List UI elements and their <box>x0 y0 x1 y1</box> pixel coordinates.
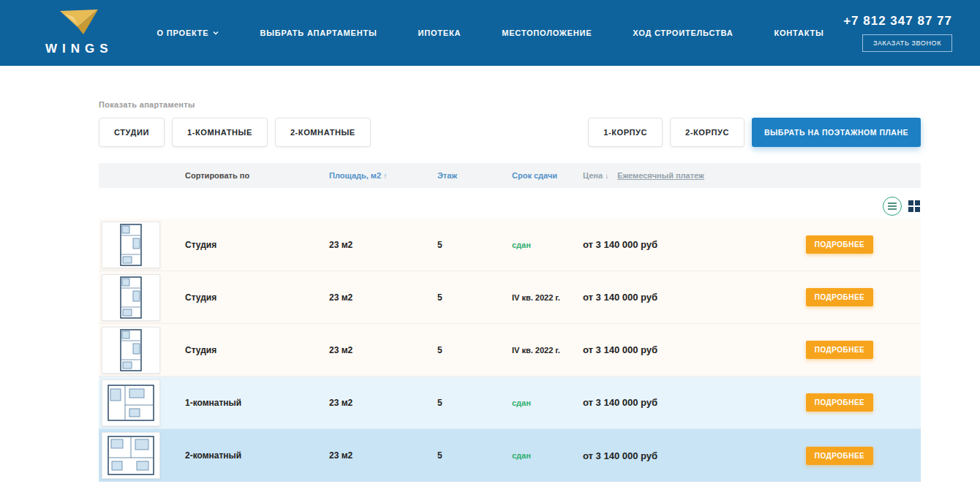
apartment-price: от 3 140 000 руб <box>583 397 806 408</box>
details-button[interactable]: ПОДРОБНЕЕ <box>806 393 873 412</box>
nav-item-about[interactable]: О ПРОЕКТЕ <box>157 29 219 37</box>
apartment-price: от 3 140 000 руб <box>583 450 806 461</box>
nav-item-label: МЕСТОПОЛОЖЕНИЕ <box>502 29 592 37</box>
wings-logo-icon <box>56 10 102 40</box>
list-view-icon <box>883 197 902 216</box>
sort-monthly-payment-link[interactable]: Ежемесячный платеж <box>617 171 704 180</box>
apartment-row[interactable]: Студия 23 м2 5 сдан от 3 140 000 руб ПОД… <box>99 219 921 271</box>
apartment-deadline: сдан <box>512 398 583 407</box>
nav-item-contacts[interactable]: КОНТАКТЫ <box>774 29 823 37</box>
sort-asc-icon: ↑ <box>383 172 387 180</box>
grid-view-button[interactable] <box>908 197 921 216</box>
apartment-type: 1-комнатный <box>185 398 329 408</box>
apartment-floor: 5 <box>437 398 512 408</box>
floor-plan-thumbnail[interactable] <box>102 222 160 268</box>
nav-item-label: О ПРОЕКТЕ <box>157 29 209 37</box>
choose-on-floor-plan-button[interactable]: ВЫБРАТЬ НА ПОЭТАЖНОМ ПЛАНЕ <box>752 118 921 147</box>
apartments-list: Студия 23 м2 5 сдан от 3 140 000 руб ПОД… <box>99 219 921 482</box>
one-room-floor-plan-icon <box>108 385 154 421</box>
sort-deadline-link[interactable]: Срок сдачи <box>512 171 583 180</box>
apartment-area: 23 м2 <box>329 345 437 355</box>
phone-block: +7 812 347 87 77 ЗАКАЗАТЬ ЗВОНОК <box>843 14 952 52</box>
sort-by-label: Сортировать по <box>185 171 329 180</box>
filters-right: 1-КОРПУС 2-КОРПУС ВЫБРАТЬ НА ПОЭТАЖНОМ П… <box>588 118 921 147</box>
column-label: Цена <box>583 171 603 180</box>
nav-item-location[interactable]: МЕСТОПОЛОЖЕНИЕ <box>502 29 592 37</box>
apartment-type: Студия <box>185 240 329 250</box>
apartment-floor: 5 <box>437 450 512 461</box>
nav-item-mortgage[interactable]: ИПОТЕКА <box>418 29 461 37</box>
apartment-price: от 3 140 000 руб <box>583 239 806 250</box>
apartment-area: 23 м2 <box>329 240 437 250</box>
building-1-button[interactable]: 1-КОРПУС <box>588 118 663 147</box>
apartment-area: 23 м2 <box>329 450 437 461</box>
apartment-deadline: сдан <box>512 241 583 249</box>
main-nav: О ПРОЕКТЕ ВЫБРАТЬ АПАРТАМЕНТЫ ИПОТЕКА МЕ… <box>148 29 844 37</box>
apartment-row[interactable]: 1-комнатный 23 м2 5 сдан от 3 140 000 ру… <box>99 377 921 429</box>
show-apartments-label: Показать апартаменты <box>99 100 921 109</box>
floor-plan-thumbnail[interactable] <box>102 432 160 479</box>
table-header: Сортировать по Площадь, м2 ↑ Этаж Срок с… <box>99 163 921 188</box>
wings-logo[interactable]: WINGS <box>45 10 113 56</box>
apartment-area: 23 м2 <box>329 398 437 408</box>
studio-floor-plan-icon <box>120 224 142 266</box>
phone-number[interactable]: +7 812 347 87 77 <box>843 14 952 29</box>
sort-floor-link[interactable]: Этаж <box>437 171 512 180</box>
logo-text: WINGS <box>45 42 113 56</box>
list-view-button[interactable] <box>883 197 902 216</box>
nav-item-construction-progress[interactable]: ХОД СТРОИТЕЛЬСТВА <box>633 29 733 37</box>
filter-2-room-button[interactable]: 2-КОМНАТНЫЕ <box>275 118 371 147</box>
column-label: Площадь, м2 <box>329 171 381 180</box>
studio-floor-plan-icon <box>120 276 142 319</box>
sort-desc-icon: ↓ <box>605 172 608 180</box>
apartment-deadline: IV кв. 2022 г. <box>512 293 583 302</box>
sort-price-link[interactable]: Цена ↓ <box>583 171 608 180</box>
apartment-type: Студия <box>185 345 329 355</box>
nav-item-label: ИПОТЕКА <box>418 29 461 37</box>
floor-plan-thumbnail[interactable] <box>102 274 160 321</box>
studio-floor-plan-icon <box>120 329 142 371</box>
apartment-deadline: IV кв. 2022 г. <box>512 346 583 355</box>
apartment-floor: 5 <box>437 240 512 250</box>
nav-item-choose-apartments[interactable]: ВЫБРАТЬ АПАРТАМЕНТЫ <box>260 29 377 37</box>
filters-row: СТУДИИ 1-КОМНАТНЫЕ 2-КОМНАТНЫЕ 1-КОРПУС … <box>99 118 921 147</box>
filter-1-room-button[interactable]: 1-КОМНАТНЫЕ <box>172 118 268 147</box>
column-label: Этаж <box>437 171 457 180</box>
apartment-floor: 5 <box>437 345 512 355</box>
details-button[interactable]: ПОДРОБНЕЕ <box>806 447 873 465</box>
sort-area-link[interactable]: Площадь, м2 ↑ <box>329 171 437 180</box>
view-toggle <box>99 197 921 216</box>
apartment-area: 23 м2 <box>329 292 437 303</box>
floor-plan-thumbnail[interactable] <box>102 327 160 374</box>
nav-item-label: КОНТАКТЫ <box>774 29 823 37</box>
column-label: Ежемесячный платеж <box>617 171 704 180</box>
building-2-button[interactable]: 2-КОРПУС <box>670 118 745 147</box>
column-label: Срок сдачи <box>512 171 557 180</box>
top-navigation-bar: WINGS О ПРОЕКТЕ ВЫБРАТЬ АПАРТАМЕНТЫ ИПОТ… <box>0 0 980 66</box>
nav-item-label: ХОД СТРОИТЕЛЬСТВА <box>633 29 733 37</box>
two-room-floor-plan-icon <box>108 436 154 475</box>
nav-item-label: ВЫБРАТЬ АПАРТАМЕНТЫ <box>260 29 377 37</box>
details-button[interactable]: ПОДРОБНЕЕ <box>806 235 873 254</box>
apartment-floor: 5 <box>437 292 512 303</box>
details-button[interactable]: ПОДРОБНЕЕ <box>806 288 873 306</box>
apartment-price: от 3 140 000 руб <box>583 344 806 355</box>
apartment-row[interactable]: Студия 23 м2 5 IV кв. 2022 г. от 3 140 0… <box>99 271 921 324</box>
apartment-deadline: сдан <box>512 451 583 460</box>
apartment-type: Студия <box>185 292 329 303</box>
apartment-row[interactable]: Студия 23 м2 5 IV кв. 2022 г. от 3 140 0… <box>99 324 921 377</box>
apartment-type: 2-комнатный <box>185 450 329 461</box>
apartment-price: от 3 140 000 руб <box>583 292 806 303</box>
chevron-down-icon <box>213 30 219 36</box>
floor-plan-thumbnail[interactable] <box>102 379 160 426</box>
details-button[interactable]: ПОДРОБНЕЕ <box>806 341 873 359</box>
request-call-button[interactable]: ЗАКАЗАТЬ ЗВОНОК <box>862 34 952 52</box>
grid-view-icon <box>908 200 921 213</box>
apartment-row[interactable]: 2-комнатный 23 м2 5 сдан от 3 140 000 ру… <box>99 429 921 482</box>
filter-studios-button[interactable]: СТУДИИ <box>99 118 165 147</box>
